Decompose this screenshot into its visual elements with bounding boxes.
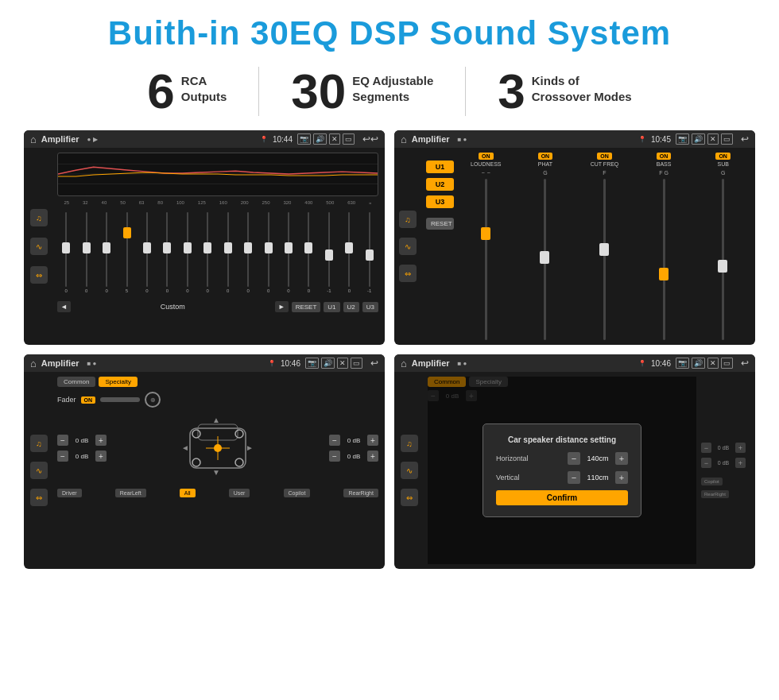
page-title: Buith-in 30EQ DSP Sound System [24,14,755,52]
eq-u2-btn[interactable]: U2 [343,302,359,312]
amp-sub-on[interactable]: ON [715,153,731,160]
amp-sidebar-wave-icon[interactable]: ∿ [399,238,417,255]
eq-u3-btn[interactable]: U3 [362,302,378,312]
cross-fader-knob[interactable]: ⊕ [145,392,161,408]
eq-sidebar-eq-icon[interactable]: ♫ [30,209,48,226]
amp-camera-icon: 📷 [676,133,689,145]
amp-u3-btn[interactable]: U3 [426,195,454,208]
screen-amp: Amplifier ■ ● 📍 10:45 📷 🔊 ✕ ▭ ↩ ♫ ∿ ⇔ [394,130,755,345]
cross-left-vol-col: − 0 dB + − 0 dB + [57,435,107,462]
amp-sidebar-expand-icon[interactable]: ⇔ [399,265,417,282]
cross-driver-btn[interactable]: Driver [57,489,82,497]
cross-home-icon[interactable] [30,358,37,369]
svg-text:◄: ◄ [182,443,189,452]
eq-slider-5[interactable]: 0 [138,212,156,293]
eq-sidebar-expand-icon[interactable]: ⇔ [30,266,48,284]
cross-back-icon[interactable]: ↩ [370,358,378,369]
amp-phat-slider[interactable] [544,179,546,340]
dialog-home-icon[interactable] [401,358,407,369]
eq-prev-btn[interactable]: ◄ [57,301,71,312]
eq-slider-14[interactable]: -1 [320,212,338,293]
eq-slider-11[interactable]: 0 [259,212,277,293]
amp-rect-icon: ▭ [721,133,733,145]
amp-home-icon[interactable] [401,133,407,145]
eq-slider-7[interactable]: 0 [179,212,196,293]
eq-slider-13[interactable]: 0 [300,212,317,293]
stats-row: 6 RCA Outputs 30 EQ Adjustable Segments … [24,67,755,116]
eq-slider-9[interactable]: 0 [219,212,237,293]
cross-fader-slider[interactable] [100,397,140,402]
amp-u2-btn[interactable]: U2 [426,178,454,191]
cross-content: ♫ ∿ ⇔ Common Specialty Fader ON [24,372,385,569]
dialog-sidebar-eq-icon[interactable]: ♫ [401,435,418,452]
cross-fr-plus[interactable]: + [367,435,378,446]
amp-sub-slider[interactable] [722,179,724,340]
amp-title: Amplifier [412,134,450,144]
amp-u1-btn[interactable]: U1 [426,160,454,173]
cross-fl-plus[interactable]: + [95,435,107,446]
cross-rl-plus[interactable]: + [95,451,107,462]
modal-confirm-btn[interactable]: Confirm [496,490,628,505]
eq-slider-10[interactable]: 0 [239,212,257,293]
modal-horizontal-minus[interactable]: − [568,452,580,465]
cross-sidebar-wave-icon[interactable]: ∿ [30,462,48,479]
eq-reset-btn[interactable]: RESET [292,302,321,312]
modal-vertical-plus[interactable]: + [615,471,628,484]
stat-crossover-label: Kinds of Crossover Modes [532,73,632,104]
eq-slider-1[interactable]: 0 [57,212,75,293]
cross-fr-minus[interactable]: − [329,435,340,446]
amp-bass-on[interactable]: ON [657,153,672,160]
cross-tab-common[interactable]: Common [57,377,95,387]
modal-horizontal-plus[interactable]: + [615,452,628,465]
cross-sidebar-eq-icon[interactable]: ♫ [30,435,48,452]
amp-loudness-on[interactable]: ON [479,153,494,160]
eq-slider-15[interactable]: 0 [340,212,358,293]
cross-rr-plus[interactable]: + [367,451,378,462]
eq-slider-8[interactable]: 0 [199,212,216,293]
eq-slider-2[interactable]: 0 [77,212,95,293]
amp-cutfreq-label: CUT FREQ [591,161,619,167]
cross-sidebar-expand-icon[interactable]: ⇔ [30,489,48,506]
eq-custom-label: Custom [74,303,272,311]
amp-cutfreq: ON CUT FREQ F [577,153,632,340]
stat-eq-label: EQ Adjustable Segments [352,73,433,104]
eq-slider-3[interactable]: 0 [98,212,115,293]
cross-copilot-btn[interactable]: Copilot [284,489,311,497]
modal-vertical-minus[interactable]: − [568,471,580,484]
eq-home-icon[interactable] [30,133,37,145]
dialog-sidebar-wave-icon[interactable]: ∿ [401,462,418,479]
cross-fl-minus[interactable]: − [57,435,68,446]
amp-sidebar-eq-icon[interactable]: ♫ [399,211,417,228]
amp-cutfreq-on[interactable]: ON [597,153,612,160]
amp-phat-on[interactable]: ON [538,153,553,160]
amp-x-icon: ✕ [707,133,719,145]
cross-all-btn[interactable]: All [180,489,196,497]
eq-u1-btn[interactable]: U1 [324,302,339,312]
cross-tab-specialty[interactable]: Specialty [99,377,137,387]
cross-rr-minus[interactable]: − [329,451,340,462]
cross-fl-vol: − 0 dB + [57,435,107,446]
cross-fader-on[interactable]: ON [81,396,96,404]
amp-reset-btn[interactable]: RESET [426,218,454,230]
amp-cutfreq-slider[interactable] [603,179,606,340]
eq-sliders-row: 0 0 0 5 [57,209,378,296]
eq-slider-6[interactable]: 0 [158,212,176,293]
dialog-sidebar-expand-icon[interactable]: ⇔ [401,489,418,506]
cross-rearleft-btn[interactable]: RearLeft [115,489,146,497]
eq-sidebar-wave-icon[interactable]: ∿ [30,238,48,255]
amp-back-icon[interactable]: ↩ [741,133,749,145]
cross-rearright-btn[interactable]: RearRight [343,489,378,497]
eq-back-icon[interactable]: ↩ [362,133,378,145]
dialog-back-icon[interactable]: ↩ [741,358,749,369]
dialog-rect-icon: ▭ [721,358,733,369]
eq-next-btn[interactable]: ► [275,301,289,312]
cross-user-btn[interactable]: User [229,489,250,497]
amp-bass-slider[interactable] [663,179,665,340]
dialog-camera-icon: 📷 [676,358,689,369]
eq-slider-4[interactable]: 5 [118,212,135,293]
eq-slider-12[interactable]: 0 [280,212,297,293]
cross-rl-minus[interactable]: − [57,451,68,462]
eq-slider-16[interactable]: -1 [361,212,378,293]
stat-crossover-number: 3 [498,67,525,116]
amp-loudness-slider[interactable] [485,179,487,340]
